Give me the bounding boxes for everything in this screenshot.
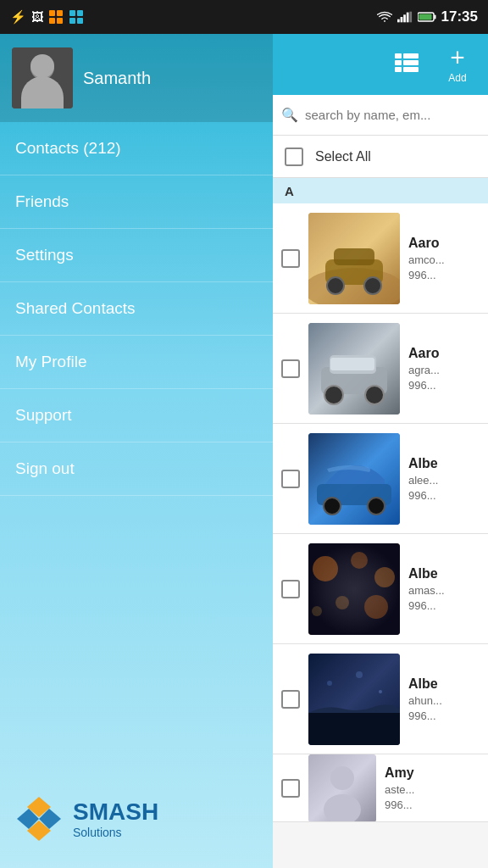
search-input[interactable]: [305, 108, 480, 122]
svg-point-38: [324, 386, 343, 404]
contact-info: Albe alee... 996...: [408, 456, 480, 502]
svg-rect-32: [334, 248, 374, 265]
sidebar-item-settings[interactable]: Settings: [0, 229, 273, 282]
contact-email: amas...: [408, 584, 480, 597]
list-item[interactable]: Albe ahun... 996...: [273, 644, 488, 754]
svg-rect-24: [403, 53, 419, 58]
svg-rect-16: [12, 47, 73, 108]
contact-photo: [308, 433, 400, 525]
svg-rect-40: [330, 358, 374, 370]
sidebar-item-friends[interactable]: Friends: [0, 175, 273, 229]
svg-rect-2: [49, 18, 55, 24]
list-item[interactable]: Albe amas... 996...: [273, 534, 488, 644]
contact-photo: [308, 213, 400, 304]
search-bar: 🔍: [273, 95, 488, 136]
svg-rect-10: [403, 14, 406, 22]
section-header-a: A: [273, 178, 488, 203]
user-header[interactable]: Samanth: [0, 34, 273, 122]
contact-checkbox[interactable]: [281, 359, 300, 378]
contact-photo: [308, 543, 400, 635]
contact-checkbox[interactable]: [281, 470, 300, 488]
svg-point-18: [22, 85, 63, 108]
svg-rect-9: [400, 17, 402, 22]
list-item[interactable]: Aaro amco... 996...: [273, 203, 488, 314]
svg-rect-6: [69, 18, 75, 24]
contact-name: Aaro: [408, 346, 480, 361]
status-time: 17:35: [441, 8, 478, 25]
sidebar-item-my-profile[interactable]: My Profile: [0, 336, 273, 389]
svg-rect-11: [406, 13, 408, 23]
select-all-label: Select All: [315, 149, 371, 164]
contact-photo: [308, 323, 400, 415]
contact-photo: [308, 754, 376, 822]
right-panel: + Add 🔍 Select All A: [273, 34, 488, 868]
contact-list: Aaro amco... 996...: [273, 203, 488, 868]
svg-point-44: [368, 498, 385, 515]
contact-checkbox[interactable]: [281, 249, 300, 268]
svg-rect-8: [397, 19, 400, 23]
app-container: Samanth Contacts (212) Friends Settings …: [0, 34, 488, 868]
svg-rect-12: [409, 12, 412, 23]
svg-point-58: [330, 766, 354, 790]
contact-checkbox[interactable]: [281, 779, 300, 798]
svg-rect-14: [434, 15, 435, 19]
list-item[interactable]: Amy aste... 996...: [273, 754, 488, 822]
svg-point-49: [336, 596, 349, 609]
list-item[interactable]: Albe alee... 996...: [273, 424, 488, 534]
svg-point-47: [351, 552, 368, 569]
contact-checkbox[interactable]: [281, 690, 300, 709]
widget2-icon: [69, 9, 84, 25]
sidebar-item-support[interactable]: Support: [0, 389, 273, 442]
smash-logo-icon: [15, 795, 63, 843]
svg-rect-26: [403, 60, 419, 65]
sidebar-item-contacts[interactable]: Contacts (212): [0, 122, 273, 175]
select-all-checkbox[interactable]: [285, 147, 303, 166]
contact-name: Albe: [408, 676, 480, 692]
svg-rect-53: [308, 713, 400, 745]
contact-checkbox[interactable]: [281, 580, 300, 598]
contact-phone: 996...: [408, 709, 480, 722]
search-icon: 🔍: [281, 107, 298, 123]
svg-rect-1: [57, 10, 63, 16]
list-view-button[interactable]: [383, 41, 430, 88]
svg-point-17: [30, 56, 54, 80]
contact-phone: 996...: [408, 599, 480, 612]
contact-name: Albe: [408, 456, 480, 471]
svg-point-55: [356, 671, 363, 678]
svg-rect-25: [395, 60, 402, 65]
svg-rect-5: [77, 10, 83, 16]
svg-rect-0: [49, 10, 55, 16]
sidebar-item-shared-contacts[interactable]: Shared Contacts: [0, 282, 273, 336]
action-bar: + Add: [273, 34, 488, 95]
signal-icon: [397, 11, 413, 23]
logo-smash-text: SMASH: [73, 798, 158, 826]
svg-rect-7: [77, 18, 83, 24]
svg-rect-3: [57, 18, 63, 24]
add-contact-button[interactable]: + Add: [434, 41, 481, 88]
contact-photo: [308, 654, 400, 745]
add-icon: +: [450, 45, 465, 70]
status-right-icons: 17:35: [377, 8, 478, 25]
svg-point-54: [327, 681, 332, 686]
list-item[interactable]: Aaro agra... 996...: [273, 314, 488, 424]
contact-info: Aaro amco... 996...: [408, 236, 480, 281]
image-icon: 🖼: [31, 10, 43, 24]
svg-point-48: [374, 567, 395, 587]
contact-email: aste...: [385, 783, 480, 796]
contact-email: amco...: [408, 253, 480, 266]
widget1-icon: [48, 9, 64, 25]
svg-point-50: [364, 595, 388, 619]
select-all-row[interactable]: Select All: [273, 136, 488, 178]
app-logo: SMASH Solutions: [0, 770, 273, 868]
svg-point-39: [365, 386, 384, 404]
contact-info: Albe amas... 996...: [408, 566, 480, 612]
sidebar-item-sign-out[interactable]: Sign out: [0, 442, 273, 496]
svg-point-43: [324, 498, 341, 515]
svg-rect-23: [395, 53, 402, 58]
logo-solutions-text: Solutions: [73, 826, 158, 839]
svg-point-51: [312, 606, 322, 616]
contact-phone: 996...: [408, 489, 480, 502]
status-left-icons: ⚡ 🖼: [10, 9, 84, 25]
svg-rect-4: [69, 10, 75, 16]
svg-point-33: [327, 277, 344, 294]
